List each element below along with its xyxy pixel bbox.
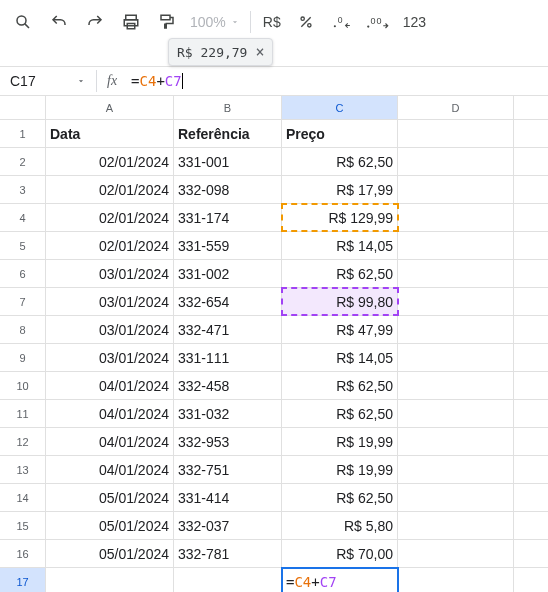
row-header[interactable]: 9 [0, 344, 46, 371]
cell[interactable]: R$ 17,99 [282, 176, 398, 203]
row-header[interactable]: 14 [0, 484, 46, 511]
row-header[interactable]: 10 [0, 372, 46, 399]
cell[interactable]: R$ 19,99 [282, 456, 398, 483]
cell[interactable]: 332-471 [174, 316, 282, 343]
cell[interactable] [398, 260, 514, 287]
cell[interactable] [398, 316, 514, 343]
currency-format-button[interactable]: R$ [257, 7, 287, 37]
cell[interactable]: 03/01/2024 [46, 288, 174, 315]
cell[interactable] [398, 428, 514, 455]
row-header[interactable]: 5 [0, 232, 46, 259]
cell[interactable] [398, 344, 514, 371]
cell[interactable] [46, 568, 174, 592]
cell[interactable]: R$ 70,00 [282, 540, 398, 567]
cell[interactable]: 332-458 [174, 372, 282, 399]
cell[interactable]: R$ 14,05 [282, 344, 398, 371]
cell[interactable] [174, 568, 282, 592]
cell[interactable]: R$ 47,99 [282, 316, 398, 343]
row-header[interactable]: 13 [0, 456, 46, 483]
row-header[interactable]: 11 [0, 400, 46, 427]
cell[interactable]: 331-032 [174, 400, 282, 427]
row-header[interactable]: 8 [0, 316, 46, 343]
cell[interactable]: 331-001 [174, 148, 282, 175]
cell[interactable]: 332-098 [174, 176, 282, 203]
cell[interactable] [398, 204, 514, 231]
more-formats-button[interactable]: 123 [397, 7, 432, 37]
name-box[interactable]: C17 [0, 73, 96, 89]
cell[interactable]: 04/01/2024 [46, 428, 174, 455]
cell[interactable]: R$ 62,50 [282, 260, 398, 287]
decrease-decimal-button[interactable]: 0 [325, 7, 359, 37]
cell[interactable] [398, 176, 514, 203]
cell[interactable]: R$ 5,80 [282, 512, 398, 539]
cell[interactable]: 331-559 [174, 232, 282, 259]
cell[interactable]: R$ 62,50 [282, 484, 398, 511]
cell[interactable] [398, 512, 514, 539]
row-header[interactable]: 15 [0, 512, 46, 539]
cell[interactable]: 05/01/2024 [46, 540, 174, 567]
cell[interactable]: 331-111 [174, 344, 282, 371]
spreadsheet-grid[interactable]: A B C D 1DataReferênciaPreço202/01/20243… [0, 96, 548, 592]
cell[interactable] [398, 484, 514, 511]
cell[interactable]: 04/01/2024 [46, 400, 174, 427]
row-header[interactable]: 2 [0, 148, 46, 175]
zoom-dropdown[interactable]: 100% [186, 14, 244, 30]
cell[interactable]: 331-174 [174, 204, 282, 231]
cell[interactable]: 332-037 [174, 512, 282, 539]
close-icon[interactable]: × [255, 43, 264, 61]
cell[interactable]: 02/01/2024 [46, 232, 174, 259]
cell[interactable]: 03/01/2024 [46, 260, 174, 287]
paint-format-icon[interactable] [150, 7, 184, 37]
formula-input[interactable]: =C4+C7 [127, 73, 548, 89]
cell[interactable]: 04/01/2024 [46, 456, 174, 483]
row-header[interactable]: 3 [0, 176, 46, 203]
col-header-a[interactable]: A [46, 96, 174, 119]
cell[interactable] [398, 540, 514, 567]
col-header-c[interactable]: C [282, 96, 398, 119]
cell[interactable]: 332-751 [174, 456, 282, 483]
redo-icon[interactable] [78, 7, 112, 37]
col-header-b[interactable]: B [174, 96, 282, 119]
row-header[interactable]: 17 [0, 568, 46, 592]
undo-icon[interactable] [42, 7, 76, 37]
cell[interactable] [398, 120, 514, 147]
cell[interactable]: 04/01/2024 [46, 372, 174, 399]
cell[interactable]: R$ 62,50 [282, 372, 398, 399]
cell[interactable]: R$ 14,05 [282, 232, 398, 259]
cell[interactable]: R$ 62,50 [282, 148, 398, 175]
cell[interactable]: 332-953 [174, 428, 282, 455]
cell[interactable]: R$ 129,99 [282, 204, 398, 231]
row-header[interactable]: 16 [0, 540, 46, 567]
cell[interactable] [398, 372, 514, 399]
row-header[interactable]: 6 [0, 260, 46, 287]
row-header[interactable]: 4 [0, 204, 46, 231]
cell[interactable]: 05/01/2024 [46, 484, 174, 511]
active-cell[interactable]: =C4+C7 [282, 568, 398, 592]
increase-decimal-button[interactable]: 00 [361, 7, 395, 37]
cell[interactable]: R$ 19,99 [282, 428, 398, 455]
cell[interactable]: Referência [174, 120, 282, 147]
cell[interactable]: 02/01/2024 [46, 204, 174, 231]
cell[interactable]: Data [46, 120, 174, 147]
row-header[interactable]: 12 [0, 428, 46, 455]
cell[interactable] [398, 232, 514, 259]
cell[interactable] [398, 400, 514, 427]
cell[interactable]: 03/01/2024 [46, 344, 174, 371]
print-icon[interactable] [114, 7, 148, 37]
cell[interactable] [398, 148, 514, 175]
cell[interactable]: 02/01/2024 [46, 176, 174, 203]
col-header-d[interactable]: D [398, 96, 514, 119]
cell[interactable]: 332-654 [174, 288, 282, 315]
cell[interactable]: 02/01/2024 [46, 148, 174, 175]
cell[interactable]: 05/01/2024 [46, 512, 174, 539]
row-header[interactable]: 1 [0, 120, 46, 147]
cell[interactable] [398, 568, 514, 592]
cell[interactable]: R$ 62,50 [282, 400, 398, 427]
select-all-corner[interactable] [0, 96, 46, 119]
cell[interactable]: 331-414 [174, 484, 282, 511]
cell[interactable] [398, 456, 514, 483]
fx-icon[interactable]: fx [97, 73, 127, 89]
percent-format-button[interactable] [289, 7, 323, 37]
search-icon[interactable] [6, 7, 40, 37]
row-header[interactable]: 7 [0, 288, 46, 315]
